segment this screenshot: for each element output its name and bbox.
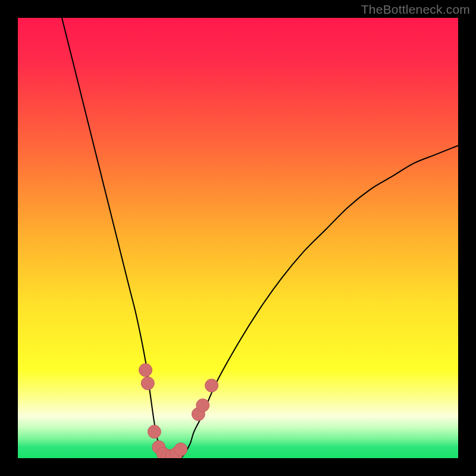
gradient-background	[18, 18, 458, 458]
watermark-text: TheBottleneck.com	[361, 2, 470, 17]
chart-frame: TheBottleneck.com	[0, 0, 476, 476]
marker-dot	[141, 377, 154, 390]
marker-dot	[205, 379, 218, 392]
marker-dot	[196, 399, 209, 412]
marker-dot	[139, 364, 152, 377]
bottleneck-chart	[18, 18, 458, 458]
marker-dot	[148, 425, 161, 439]
marker-dot	[174, 443, 187, 456]
